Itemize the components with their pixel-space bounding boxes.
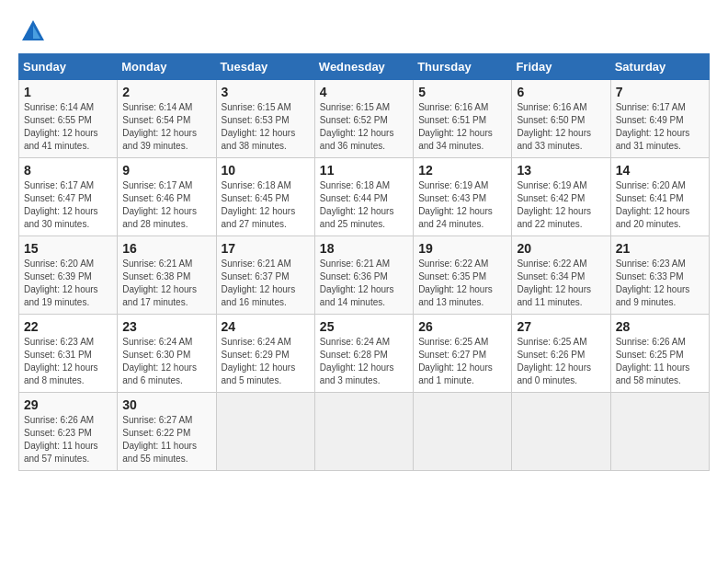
day-number: 7: [616, 85, 704, 99]
page-header: [18, 18, 710, 44]
calendar-cell: 6 Sunrise: 6:16 AMSunset: 6:50 PMDayligh…: [512, 80, 610, 158]
day-info: Sunrise: 6:26 AMSunset: 6:23 PMDaylight:…: [24, 415, 98, 464]
day-info: Sunrise: 6:20 AMSunset: 6:39 PMDaylight:…: [24, 259, 98, 307]
day-info: Sunrise: 6:21 AMSunset: 6:37 PMDaylight:…: [222, 259, 296, 307]
day-info: Sunrise: 6:14 AMSunset: 6:54 PMDaylight:…: [122, 102, 197, 151]
calendar-cell: [512, 393, 610, 471]
day-info: Sunrise: 6:22 AMSunset: 6:34 PMDaylight:…: [517, 259, 591, 307]
calendar-header-thursday: Thursday: [414, 54, 512, 80]
calendar-cell: 9 Sunrise: 6:17 AMSunset: 6:46 PMDayligh…: [118, 158, 216, 236]
day-info: Sunrise: 6:20 AMSunset: 6:41 PMDaylight:…: [616, 180, 690, 229]
calendar-week-row: 15 Sunrise: 6:20 AMSunset: 6:39 PMDaylig…: [19, 236, 710, 315]
calendar-table: SundayMondayTuesdayWednesdayThursdayFrid…: [18, 53, 710, 471]
day-info: Sunrise: 6:15 AMSunset: 6:52 PMDaylight:…: [320, 102, 394, 151]
calendar-cell: 29 Sunrise: 6:26 AMSunset: 6:23 PMDaylig…: [19, 393, 118, 471]
day-number: 10: [222, 163, 310, 178]
day-number: 25: [320, 319, 408, 334]
calendar-cell: 30 Sunrise: 6:27 AMSunset: 6:22 PMDaylig…: [118, 393, 216, 471]
day-number: 3: [222, 85, 310, 99]
day-number: 27: [517, 319, 605, 334]
calendar-cell: 28 Sunrise: 6:26 AMSunset: 6:25 PMDaylig…: [610, 315, 709, 393]
day-info: Sunrise: 6:17 AMSunset: 6:46 PMDaylight:…: [122, 180, 197, 229]
day-info: Sunrise: 6:21 AMSunset: 6:38 PMDaylight:…: [122, 259, 197, 307]
day-info: Sunrise: 6:26 AMSunset: 6:25 PMDaylight:…: [616, 337, 690, 385]
day-number: 11: [320, 163, 408, 178]
calendar-header-wednesday: Wednesday: [314, 54, 413, 80]
calendar-header-row: SundayMondayTuesdayWednesdayThursdayFrid…: [19, 54, 710, 80]
day-number: 6: [517, 85, 605, 99]
calendar-cell: 26 Sunrise: 6:25 AMSunset: 6:27 PMDaylig…: [414, 315, 512, 393]
day-info: Sunrise: 6:25 AMSunset: 6:27 PMDaylight:…: [418, 337, 493, 385]
calendar-cell: 10 Sunrise: 6:18 AMSunset: 6:45 PMDaylig…: [216, 158, 314, 236]
calendar-cell: 22 Sunrise: 6:23 AMSunset: 6:31 PMDaylig…: [19, 315, 118, 393]
calendar-cell: [314, 393, 413, 471]
day-info: Sunrise: 6:17 AMSunset: 6:47 PMDaylight:…: [24, 180, 98, 229]
calendar-header-tuesday: Tuesday: [216, 54, 314, 80]
calendar-header-sunday: Sunday: [19, 54, 118, 80]
day-number: 17: [222, 241, 310, 256]
calendar-cell: [414, 393, 512, 471]
day-number: 15: [24, 241, 112, 256]
day-info: Sunrise: 6:17 AMSunset: 6:49 PMDaylight:…: [616, 102, 690, 151]
day-info: Sunrise: 6:18 AMSunset: 6:44 PMDaylight:…: [320, 180, 394, 229]
day-number: 1: [24, 85, 112, 99]
calendar-cell: 11 Sunrise: 6:18 AMSunset: 6:44 PMDaylig…: [314, 158, 413, 236]
calendar-cell: 3 Sunrise: 6:15 AMSunset: 6:53 PMDayligh…: [216, 80, 314, 158]
day-number: 9: [122, 163, 210, 178]
day-number: 29: [24, 397, 112, 412]
day-info: Sunrise: 6:14 AMSunset: 6:55 PMDaylight:…: [24, 102, 98, 151]
calendar-week-row: 8 Sunrise: 6:17 AMSunset: 6:47 PMDayligh…: [19, 158, 710, 236]
calendar-week-row: 29 Sunrise: 6:26 AMSunset: 6:23 PMDaylig…: [19, 393, 710, 471]
calendar-cell: 17 Sunrise: 6:21 AMSunset: 6:37 PMDaylig…: [216, 236, 314, 315]
day-number: 21: [616, 241, 704, 256]
logo: [18, 18, 46, 44]
day-info: Sunrise: 6:27 AMSunset: 6:22 PMDaylight:…: [122, 415, 197, 464]
day-number: 18: [320, 241, 408, 256]
day-number: 14: [616, 163, 704, 178]
calendar-cell: 12 Sunrise: 6:19 AMSunset: 6:43 PMDaylig…: [414, 158, 512, 236]
calendar-cell: 1 Sunrise: 6:14 AMSunset: 6:55 PMDayligh…: [19, 80, 118, 158]
day-info: Sunrise: 6:25 AMSunset: 6:26 PMDaylight:…: [517, 337, 591, 385]
calendar-cell: 27 Sunrise: 6:25 AMSunset: 6:26 PMDaylig…: [512, 315, 610, 393]
day-number: 19: [418, 241, 506, 256]
day-info: Sunrise: 6:23 AMSunset: 6:31 PMDaylight:…: [24, 337, 98, 385]
day-info: Sunrise: 6:19 AMSunset: 6:42 PMDaylight:…: [517, 180, 591, 229]
calendar-cell: 18 Sunrise: 6:21 AMSunset: 6:36 PMDaylig…: [314, 236, 413, 315]
day-number: 24: [222, 319, 310, 334]
calendar-cell: 15 Sunrise: 6:20 AMSunset: 6:39 PMDaylig…: [19, 236, 118, 315]
day-number: 12: [418, 163, 506, 178]
day-info: Sunrise: 6:16 AMSunset: 6:51 PMDaylight:…: [418, 102, 493, 151]
calendar-cell: 20 Sunrise: 6:22 AMSunset: 6:34 PMDaylig…: [512, 236, 610, 315]
day-number: 28: [616, 319, 704, 334]
day-info: Sunrise: 6:24 AMSunset: 6:30 PMDaylight:…: [122, 337, 197, 385]
day-number: 4: [320, 85, 408, 99]
calendar-cell: 4 Sunrise: 6:15 AMSunset: 6:52 PMDayligh…: [314, 80, 413, 158]
day-number: 20: [517, 241, 605, 256]
day-number: 22: [24, 319, 112, 334]
calendar-cell: 16 Sunrise: 6:21 AMSunset: 6:38 PMDaylig…: [118, 236, 216, 315]
day-number: 8: [24, 163, 112, 178]
calendar-header-saturday: Saturday: [610, 54, 709, 80]
calendar-cell: [216, 393, 314, 471]
logo-icon: [20, 18, 46, 44]
day-number: 5: [418, 85, 506, 99]
day-info: Sunrise: 6:22 AMSunset: 6:35 PMDaylight:…: [418, 259, 493, 307]
day-info: Sunrise: 6:24 AMSunset: 6:28 PMDaylight:…: [320, 337, 394, 385]
day-number: 26: [418, 319, 506, 334]
day-info: Sunrise: 6:24 AMSunset: 6:29 PMDaylight:…: [222, 337, 296, 385]
calendar-cell: 23 Sunrise: 6:24 AMSunset: 6:30 PMDaylig…: [118, 315, 216, 393]
day-number: 30: [122, 397, 210, 412]
calendar-cell: 2 Sunrise: 6:14 AMSunset: 6:54 PMDayligh…: [118, 80, 216, 158]
day-info: Sunrise: 6:23 AMSunset: 6:33 PMDaylight:…: [616, 259, 690, 307]
day-info: Sunrise: 6:21 AMSunset: 6:36 PMDaylight:…: [320, 259, 394, 307]
calendar-week-row: 22 Sunrise: 6:23 AMSunset: 6:31 PMDaylig…: [19, 315, 710, 393]
calendar-cell: 19 Sunrise: 6:22 AMSunset: 6:35 PMDaylig…: [414, 236, 512, 315]
day-number: 16: [122, 241, 210, 256]
day-info: Sunrise: 6:18 AMSunset: 6:45 PMDaylight:…: [222, 180, 296, 229]
day-number: 2: [122, 85, 210, 99]
calendar-header-friday: Friday: [512, 54, 610, 80]
calendar-week-row: 1 Sunrise: 6:14 AMSunset: 6:55 PMDayligh…: [19, 80, 710, 158]
calendar-cell: 14 Sunrise: 6:20 AMSunset: 6:41 PMDaylig…: [610, 158, 709, 236]
calendar-cell: 8 Sunrise: 6:17 AMSunset: 6:47 PMDayligh…: [19, 158, 118, 236]
day-number: 13: [517, 163, 605, 178]
